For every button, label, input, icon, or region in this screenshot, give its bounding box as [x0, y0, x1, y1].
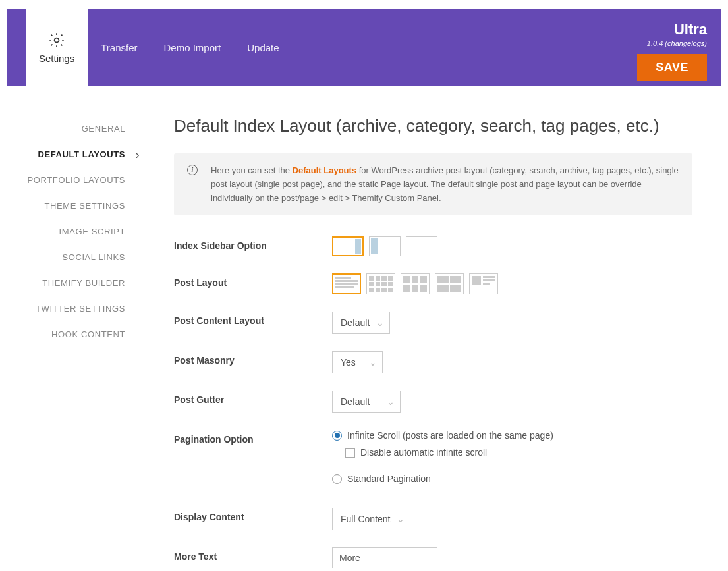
post-layout-grid4[interactable]: [366, 273, 395, 294]
save-button[interactable]: SAVE: [637, 54, 707, 81]
post-layout-grid3[interactable]: [401, 273, 430, 294]
theme-name: Ultra: [637, 21, 707, 38]
sidenav-portfolio-layouts[interactable]: PORTFOLIO LAYOUTS: [7, 167, 154, 193]
changelogs-link[interactable]: changelogs: [667, 40, 704, 47]
field-pagination: Pagination Option Infinite Scroll (posts…: [174, 430, 692, 491]
theme-version: 1.0.4 (changelogs): [637, 40, 707, 47]
tab-settings[interactable]: Settings: [26, 9, 88, 86]
page-title: Default Index Layout (archive, category,…: [174, 116, 692, 136]
sidenav-default-layouts[interactable]: DEFAULT LAYOUTS: [7, 142, 154, 167]
field-index-sidebar: Index Sidebar Option: [174, 236, 692, 256]
post-content-layout-select[interactable]: Default⌄: [332, 312, 390, 334]
sidenav-twitter-settings[interactable]: TWITTER SETTINGS: [7, 296, 154, 321]
sidenav-image-script[interactable]: IMAGE SCRIPT: [7, 219, 154, 244]
topbar: Settings Transfer Demo Import Update Ult…: [7, 9, 721, 86]
post-layout-list[interactable]: [332, 273, 361, 294]
display-content-select[interactable]: Full Content⌄: [332, 508, 410, 530]
sidebar-right-option[interactable]: [332, 236, 364, 256]
chevron-down-icon: ⌄: [387, 396, 395, 407]
chevron-down-icon: ⌄: [397, 514, 405, 524]
header-tabs: Settings Transfer Demo Import Update: [26, 9, 721, 86]
sidebar-left-option[interactable]: [369, 236, 401, 256]
info-box: i Here you can set the Default Layouts f…: [174, 153, 692, 215]
info-icon: i: [187, 165, 198, 175]
no-sidebar-option[interactable]: [406, 236, 437, 256]
sidenav-theme-settings[interactable]: THEME SETTINGS: [7, 193, 154, 219]
tab-update[interactable]: Update: [234, 9, 292, 86]
sidenav: GENERAL DEFAULT LAYOUTS PORTFOLIO LAYOUT…: [7, 116, 154, 571]
field-post-gutter: Post Gutter Default⌄: [174, 391, 692, 413]
radio-infinite-scroll[interactable]: [332, 431, 342, 441]
field-post-layout: Post Layout: [174, 273, 692, 294]
sidenav-social-links[interactable]: SOCIAL LINKS: [7, 244, 154, 270]
svg-point-0: [55, 38, 59, 42]
sidenav-hook-content[interactable]: HOOK CONTENT: [7, 321, 154, 347]
chevron-down-icon: ⌄: [376, 317, 384, 328]
field-post-content-layout: Post Content Layout Default⌄: [174, 312, 692, 334]
chevron-down-icon: ⌄: [369, 357, 377, 367]
tab-demo-import[interactable]: Demo Import: [151, 9, 235, 86]
sidenav-general[interactable]: GENERAL: [7, 116, 154, 142]
tab-transfer[interactable]: Transfer: [88, 9, 150, 86]
gear-icon: [48, 32, 65, 49]
radio-standard-pagination[interactable]: [332, 474, 342, 484]
checkbox-disable-auto-infinite[interactable]: [345, 448, 355, 458]
post-masonry-select[interactable]: Yes⌄: [332, 351, 383, 373]
content: Default Index Layout (archive, category,…: [154, 116, 721, 571]
post-gutter-select[interactable]: Default⌄: [332, 391, 401, 413]
default-layouts-link[interactable]: Default Layouts: [293, 165, 357, 175]
field-post-masonry: Post Masonry Yes⌄: [174, 351, 692, 373]
field-more-text: More Text Display more link button in ex…: [174, 547, 692, 571]
more-text-input[interactable]: [332, 547, 437, 568]
theme-meta: Ultra 1.0.4 (changelogs) SAVE: [637, 21, 707, 81]
tab-label: Settings: [39, 53, 74, 64]
post-layout-grid2[interactable]: [435, 273, 464, 294]
main: GENERAL DEFAULT LAYOUTS PORTFOLIO LAYOUT…: [7, 86, 721, 571]
sidenav-themify-builder[interactable]: THEMIFY BUILDER: [7, 270, 154, 296]
field-display-content: Display Content Full Content⌄: [174, 508, 692, 530]
post-layout-list-thumb[interactable]: [469, 273, 498, 294]
